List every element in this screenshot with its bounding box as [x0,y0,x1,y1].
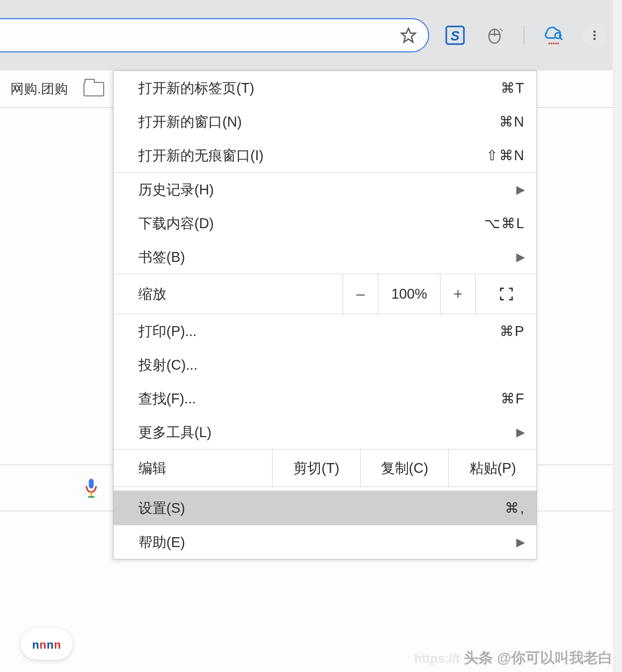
menu-shortcut: ⌘P [500,323,525,340]
edit-copy-button[interactable]: 复制(C) [360,450,448,486]
svg-rect-13 [89,479,93,488]
zoom-label: 缩放 [114,285,343,303]
menu-cast[interactable]: 投射(C)... [114,348,536,382]
fullscreen-button[interactable] [475,274,536,314]
main-menu: 打开新的标签页(T) ⌘T 打开新的窗口(N) ⌘N 打开新的无痕窗口(I) ⇧… [113,71,537,559]
menu-zoom: 缩放 – 100% + [114,274,536,314]
menu-label: 更多工具(L) [138,423,516,442]
menu-find[interactable]: 查找(F)... ⌘F [114,382,536,415]
menu-shortcut: ⇧⌘N [486,147,526,164]
svg-point-6 [500,29,501,30]
extension-cloud-icon[interactable]: ●●●●● [543,25,564,46]
svg-text:n: n [47,638,53,651]
menu-label: 打开新的窗口(N) [138,113,499,131]
zoom-in-button[interactable]: + [440,274,475,314]
menu-label: 下载内容(D) [138,214,484,233]
watermark: https://t 头条 @你可以叫我老白 [414,648,613,668]
toolbar-separator [524,26,525,45]
edit-label: 编辑 [114,450,272,486]
menu-downloads[interactable]: 下载内容(D) ⌥⌘L [114,206,536,240]
zoom-out-button[interactable]: – [343,274,378,314]
zoom-value: 100% [378,274,440,314]
svg-text:n: n [32,638,39,651]
menu-label: 帮助(E) [138,533,516,552]
svg-point-12 [593,38,596,40]
more-menu-button[interactable] [583,23,606,47]
microphone-icon[interactable] [84,478,98,498]
edit-paste-button[interactable]: 粘贴(P) [448,450,536,486]
menu-settings[interactable]: 设置(S) ⌘, [114,491,536,525]
extension-sogou-icon[interactable]: S [445,25,465,46]
svg-point-10 [593,31,596,33]
menu-shortcut: ⌘, [505,500,525,516]
menu-history[interactable]: 历史记录(H) ▶ [114,173,536,206]
menu-label: 打开新的无痕窗口(I) [138,146,486,165]
bookmark-star-icon[interactable] [400,27,417,44]
menu-label: 历史记录(H) [138,180,516,199]
menu-label: 查找(F)... [138,389,501,408]
menu-new-tab[interactable]: 打开新的标签页(T) ⌘T [114,71,536,105]
browser-toolbar: S ●●●●● [0,0,622,71]
address-bar[interactable] [0,18,429,52]
menu-help[interactable]: 帮助(E) ▶ [114,525,536,559]
avatar-bubble[interactable]: n n n n [21,628,73,660]
svg-text:n: n [54,638,61,651]
svg-point-7 [501,30,503,32]
watermark-prefix: https://t [414,651,460,665]
menu-incognito[interactable]: 打开新的无痕窗口(I) ⇧⌘N [114,138,536,172]
menu-edit: 编辑 剪切(T) 复制(C) 粘贴(P) [114,449,536,487]
svg-text:S: S [450,28,460,44]
menu-print[interactable]: 打印(P)... ⌘P [114,314,536,348]
menu-label: 投射(C)... [138,356,525,374]
svg-marker-0 [402,29,416,43]
menu-gap [114,487,536,491]
watermark-text: 头条 @你可以叫我老白 [464,650,613,666]
bookmark-folder-icon[interactable] [83,82,104,96]
svg-point-11 [593,34,596,37]
extension-mouse-icon[interactable] [484,25,505,46]
chevron-right-icon: ▶ [516,250,525,264]
menu-new-window[interactable]: 打开新的窗口(N) ⌘N [114,105,536,138]
menu-label: 打印(P)... [138,322,500,341]
menu-shortcut: ⌘F [501,390,526,407]
menu-more-tools[interactable]: 更多工具(L) ▶ [114,415,536,449]
menu-bookmarks[interactable]: 书签(B) ▶ [114,240,536,274]
chevron-right-icon: ▶ [516,183,525,197]
scrollbar[interactable] [613,0,622,672]
menu-shortcut: ⌘N [499,114,526,130]
extension-icons: S ●●●●● [445,23,606,47]
menu-label: 书签(B) [138,248,516,267]
svg-text:n: n [39,638,46,651]
chevron-right-icon: ▶ [516,536,525,549]
chevron-right-icon: ▶ [516,426,525,439]
svg-line-9 [560,38,562,40]
menu-label: 设置(S) [138,499,505,517]
bookmark-item-shopping[interactable]: 网购.团购 [10,80,68,98]
edit-cut-button[interactable]: 剪切(T) [272,450,360,486]
menu-shortcut: ⌥⌘L [484,215,525,232]
menu-shortcut: ⌘T [501,80,526,96]
menu-label: 打开新的标签页(T) [138,79,501,97]
